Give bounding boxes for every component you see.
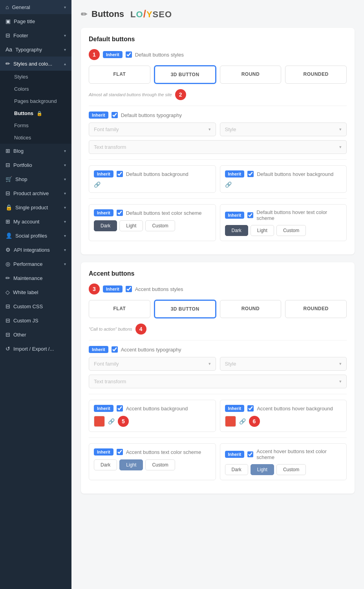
sidebar-item-styles-colors[interactable]: ✏ Styles and colo... ▴: [0, 57, 71, 71]
style-opt-3d[interactable]: 3D BUTTON: [154, 66, 216, 84]
style-opt-flat[interactable]: FLAT: [89, 66, 150, 84]
style-opt-round[interactable]: ROUND: [220, 66, 282, 84]
default-text-transform-select[interactable]: Text transform ▾: [89, 140, 347, 154]
sidebar-sub-styles[interactable]: Styles: [0, 71, 71, 83]
accent-hover-bg-section: Inherit Accent buttons hover background …: [220, 400, 347, 432]
sidebar-item-general[interactable]: ⌂ General ▾: [0, 0, 71, 14]
hover-scheme-custom-btn[interactable]: Custom: [276, 225, 306, 236]
sidebar-item-shop[interactable]: 🛒 Shop ▾: [0, 172, 71, 186]
sidebar-sub-colors[interactable]: Colors: [0, 83, 71, 95]
default-text-scheme-section: Inherit Default buttons text color schem…: [89, 204, 216, 241]
sidebar-item-custom-css[interactable]: ⊟ Custom CSS: [0, 299, 71, 313]
scheme-light-btn[interactable]: Light: [119, 220, 143, 231]
accent-text-scheme-inherit[interactable]: Inherit: [94, 448, 113, 455]
chevron-down-icon: ▾: [339, 379, 342, 384]
accent-color-swatch[interactable]: [94, 416, 105, 427]
accent-style-opt-flat[interactable]: FLAT: [89, 300, 150, 318]
accent-scheme-light-btn[interactable]: Light: [119, 459, 143, 470]
badge-2: 2: [175, 89, 186, 100]
accent-hover-bg-checkbox[interactable]: [247, 405, 254, 412]
accent-hover-scheme-custom-btn[interactable]: Custom: [276, 464, 306, 475]
sidebar-item-page-title[interactable]: ▣ Page title: [0, 14, 71, 28]
sidebar-item-my-account[interactable]: ⊞ My account ▾: [0, 214, 71, 229]
default-style-select[interactable]: Style ▾: [220, 123, 347, 136]
accent-style-opt-round[interactable]: ROUND: [220, 300, 282, 318]
sidebar-item-label: Performance: [13, 261, 42, 267]
social-icon: 👤: [5, 232, 12, 239]
sidebar-item-label: Other: [13, 332, 26, 338]
accent-hover-scheme-checkbox[interactable]: [247, 451, 253, 457]
accent-style-opt-3d[interactable]: 3D BUTTON: [154, 300, 216, 318]
sidebar-sub-notices[interactable]: Notices: [0, 132, 71, 144]
default-inherit-badge[interactable]: Inherit: [103, 51, 123, 58]
style-opt-rounded[interactable]: ROUNDED: [285, 66, 347, 84]
default-hover-scheme-inherit[interactable]: Inherit: [225, 212, 245, 219]
page-icon: ▣: [5, 18, 11, 24]
sidebar-sub-pages-bg[interactable]: Pages background: [0, 95, 71, 107]
default-text-scheme-inherit[interactable]: Inherit: [94, 209, 113, 216]
accent-text-transform-select[interactable]: Text transform ▾: [89, 375, 347, 388]
chevron-icon: ▾: [64, 48, 66, 52]
accent-typo-checkbox[interactable]: [112, 346, 118, 353]
hover-scheme-light-btn[interactable]: Light: [251, 225, 274, 236]
sidebar-sub-forms[interactable]: Forms: [0, 119, 71, 132]
accent-scheme-custom-btn[interactable]: Custom: [145, 459, 175, 470]
accent-hover-color-swatch[interactable]: [225, 416, 236, 427]
sidebar-item-performance[interactable]: ◎ Performance ▾: [0, 257, 71, 271]
default-typo-checkbox[interactable]: [112, 112, 118, 118]
accent-font-family-select[interactable]: Font family ▾: [89, 357, 216, 371]
default-bg-checkbox[interactable]: [117, 171, 123, 177]
accent-hover-scheme-dark-btn[interactable]: Dark: [225, 464, 248, 475]
scheme-dark-btn[interactable]: Dark: [94, 220, 117, 231]
accent-typo-inherit[interactable]: Inherit: [89, 346, 108, 353]
sidebar-item-footer[interactable]: ⊟ Footer ▾: [0, 28, 71, 42]
accent-bg-color: 🔗 5: [94, 416, 211, 427]
default-hover-bg-inherit[interactable]: Inherit: [225, 170, 245, 177]
accent-style-select[interactable]: Style ▾: [220, 357, 347, 371]
sidebar-item-api-integrations[interactable]: ⚙ API integrations ▾: [0, 243, 71, 257]
css-icon: ⊟: [5, 303, 10, 309]
default-styles-checkbox[interactable]: [126, 51, 132, 58]
typography-icon: Aa: [5, 46, 12, 53]
default-text-scheme-checkbox[interactable]: [117, 210, 123, 216]
default-hover-scheme-checkbox[interactable]: [247, 212, 253, 218]
hover-scheme-dark-btn[interactable]: Dark: [225, 225, 248, 236]
accent-style-opt-rounded[interactable]: ROUNDED: [285, 300, 347, 318]
default-styles-label: Default buttons styles: [135, 52, 184, 58]
sidebar-item-label: Page title: [14, 18, 35, 24]
sidebar-item-custom-js[interactable]: ⊟ Custom JS: [0, 313, 71, 327]
accent-bg-inherit[interactable]: Inherit: [94, 405, 113, 412]
accent-styles-checkbox[interactable]: [126, 286, 132, 292]
chevron-icon: ▾: [64, 191, 66, 196]
default-bg-inherit[interactable]: Inherit: [94, 170, 113, 177]
sidebar-item-blog[interactable]: ⊞ Blog ▾: [0, 144, 71, 158]
sidebar-item-maintenance[interactable]: ✏ Maintenance: [0, 271, 71, 285]
accent-bg-checkbox[interactable]: [117, 405, 123, 412]
default-font-family-select[interactable]: Font family ▾: [89, 123, 216, 136]
default-hover-bg-color: 🔗: [225, 181, 342, 188]
sidebar-item-social-profiles[interactable]: 👤 Social profiles ▾: [0, 229, 71, 243]
scheme-custom-btn[interactable]: Custom: [145, 220, 175, 231]
accent-hover-scheme-light-btn[interactable]: Light: [251, 464, 274, 475]
sidebar-sub-buttons[interactable]: Buttons 🔒: [0, 107, 71, 119]
accent-hover-bg-inherit[interactable]: Inherit: [225, 405, 245, 412]
accent-inherit-badge[interactable]: Inherit: [103, 285, 123, 293]
accent-hover-scheme-inherit[interactable]: Inherit: [225, 451, 245, 458]
style-placeholder: Style: [225, 126, 236, 132]
sidebar-item-typography[interactable]: Aa Typography ▾: [0, 42, 71, 57]
default-hover-bg-checkbox[interactable]: [247, 171, 254, 177]
link-icon: 🔗: [108, 418, 115, 424]
sidebar-item-portfolio[interactable]: ⊟ Portfolio ▾: [0, 158, 71, 172]
sidebar-item-other[interactable]: ⊟ Other: [0, 327, 71, 342]
chevron-icon: ▾: [64, 163, 66, 167]
accent-text-scheme-checkbox[interactable]: [117, 449, 123, 455]
default-bg-section: Inherit Default buttons background 🔗: [89, 165, 216, 193]
footer-icon: ⊟: [5, 32, 10, 38]
sidebar-item-product-archive[interactable]: ⊟ Product archive ▾: [0, 186, 71, 200]
default-typo-inherit[interactable]: Inherit: [89, 112, 108, 119]
sidebar-item-white-label[interactable]: ◇ White label: [0, 285, 71, 299]
main-content: ✏ Buttons LO/YSEO Default buttons 1 Inhe…: [71, 0, 364, 589]
sidebar-item-import-export[interactable]: ↺ Import / Export /...: [0, 342, 71, 356]
accent-scheme-dark-btn[interactable]: Dark: [94, 459, 117, 470]
sidebar-item-single-product[interactable]: 🔒 Single product ▾: [0, 200, 71, 214]
